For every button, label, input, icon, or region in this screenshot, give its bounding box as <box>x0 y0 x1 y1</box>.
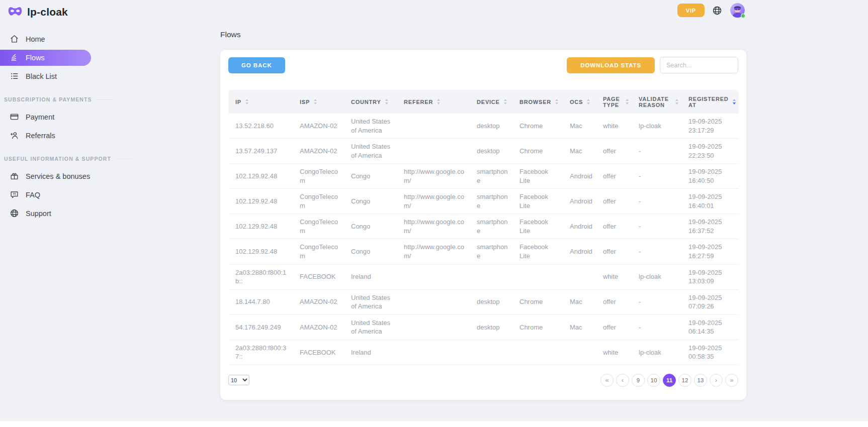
cell-page-type: white <box>596 340 632 365</box>
cell-registered-at: 19-09-2025 00:58:35 <box>681 340 739 365</box>
sidebar-section-useful-information-support: USEFUL INFORMATION & SUPPORT <box>0 156 101 162</box>
cell-validate-reason: - <box>632 164 681 189</box>
table-footer: 10 «‹910111213›» <box>228 374 738 387</box>
pagination-page-9[interactable]: 9 <box>632 374 645 387</box>
sort-icon <box>437 99 440 104</box>
table-row: 2a03:2880:f800:37::FACEBOOKIrelandwhitel… <box>228 340 739 365</box>
pagination-page-11[interactable]: 11 <box>663 374 676 387</box>
cell-browser: Chrome <box>512 114 563 139</box>
cell-page-type: offer <box>596 314 632 340</box>
cell-referer <box>397 289 470 314</box>
sidebar-item-home[interactable]: Home <box>0 31 101 47</box>
sidebar: lp-cloak HomeFlowsBlack ListSUBSCRIPTION… <box>0 0 101 421</box>
cell-referer: http://www.google.com/ <box>397 189 470 214</box>
sidebar-section-subscription-payments: SUBSCRIPTION & PAYMENTS <box>0 96 101 102</box>
cell-registered-at: 19-09-2025 23:17:29 <box>681 114 739 139</box>
flows-table: IPISPCOUNTRYREFERERDEVICEBROWSEROCSPAGE … <box>228 90 739 365</box>
cell-browser: Chrome <box>512 314 563 340</box>
sidebar-item-payment[interactable]: Payment <box>0 109 101 125</box>
pagination-first-button[interactable]: « <box>600 374 614 387</box>
column-label: REGISTERED AT <box>688 96 729 108</box>
column-header-validate-reason[interactable]: VALIDATE REASON <box>632 90 681 114</box>
sidebar-item-flows[interactable]: Flows <box>0 50 91 66</box>
sort-icon <box>314 99 317 104</box>
column-header-ocs[interactable]: OCS <box>563 90 596 114</box>
column-label: PAGE TYPE <box>603 96 622 108</box>
download-stats-button[interactable]: DOWNLOAD STATS <box>567 57 655 73</box>
cell-page-type: offer <box>596 239 632 264</box>
cell-referer <box>397 314 470 340</box>
column-header-registered-at[interactable]: REGISTERED AT <box>681 90 739 114</box>
search-input[interactable] <box>660 57 738 73</box>
cell-isp: FACEBOOK <box>293 264 344 289</box>
cell-isp: CongoTelecom <box>293 164 344 189</box>
flows-icon <box>10 53 19 62</box>
go-back-button[interactable]: GO BACK <box>228 57 285 73</box>
pagination-page-13[interactable]: 13 <box>694 374 707 387</box>
cell-country: United States of America <box>344 114 397 139</box>
cell-page-type: offer <box>596 189 632 214</box>
cell-device: desktop <box>470 114 512 139</box>
app-logo[interactable]: lp-cloak <box>0 0 101 19</box>
sort-icon <box>675 99 678 104</box>
cell-registered-at: 19-09-2025 13:03:09 <box>681 264 739 289</box>
sidebar-item-referrals[interactable]: Referrals <box>0 128 101 144</box>
sidebar-item-label: FAQ <box>26 191 40 199</box>
column-header-referer[interactable]: REFERER <box>397 90 470 114</box>
cell-validate-reason: lp-cloak <box>632 114 681 139</box>
pagination-page-12[interactable]: 12 <box>678 374 691 387</box>
pagination-next-button[interactable]: › <box>710 374 723 387</box>
table-row: 102.129.92.48CongoTelecomCongohttp://www… <box>228 189 739 214</box>
cell-browser <box>512 340 563 365</box>
gift-icon <box>10 171 19 181</box>
table-row: 54.176.249.249AMAZON-02United States of … <box>228 314 739 340</box>
cell-isp: AMAZON-02 <box>293 114 344 139</box>
pagination-last-button[interactable]: » <box>725 374 738 387</box>
cell-device: desktop <box>470 314 512 340</box>
sidebar-item-label: Black List <box>26 72 57 80</box>
cell-ocs: Android <box>563 189 596 214</box>
column-label: COUNTRY <box>351 99 381 105</box>
cell-ocs: Mac <box>563 289 596 314</box>
cell-ip: 2a03:2880:f800:1b:: <box>228 264 293 289</box>
home-icon <box>10 34 19 44</box>
cell-country: Congo <box>344 189 397 214</box>
svg-text:?!: ?! <box>13 192 16 196</box>
cell-registered-at: 19-09-2025 07:09:26 <box>681 289 739 314</box>
cell-ocs: Mac <box>563 139 596 164</box>
page-size-select[interactable]: 10 <box>228 375 249 385</box>
pagination-prev-button[interactable]: ‹ <box>616 374 629 387</box>
sidebar-item-services-bonuses[interactable]: Services & bonuses <box>0 168 101 184</box>
cell-ocs: Android <box>563 214 596 239</box>
column-header-device[interactable]: DEVICE <box>470 90 512 114</box>
table-row: 102.129.92.48CongoTelecomCongohttp://www… <box>228 164 739 189</box>
sidebar-item-label: Referrals <box>26 132 55 140</box>
cell-isp: FACEBOOK <box>293 340 344 365</box>
sidebar-section-label: SUBSCRIPTION & PAYMENTS <box>4 96 92 102</box>
page-title: Flows <box>220 30 746 39</box>
sidebar-item-faq[interactable]: ?!FAQ <box>0 187 101 203</box>
column-label: IP <box>235 99 241 105</box>
column-label: DEVICE <box>477 99 500 105</box>
cell-registered-at: 19-09-2025 16:27:59 <box>681 239 739 264</box>
faq-icon: ?! <box>10 190 19 199</box>
cell-ip: 102.129.92.48 <box>228 214 293 239</box>
column-header-page-type[interactable]: PAGE TYPE <box>596 90 632 114</box>
toolbar-right: DOWNLOAD STATS <box>567 57 738 73</box>
table-header-row: IPISPCOUNTRYREFERERDEVICEBROWSEROCSPAGE … <box>228 90 739 114</box>
table-row: 13.57.249.137AMAZON-02United States of A… <box>228 139 739 164</box>
column-header-ip[interactable]: IP <box>228 90 293 114</box>
cell-browser: Chrome <box>512 289 563 314</box>
cell-validate-reason: - <box>632 239 681 264</box>
column-header-browser[interactable]: BROWSER <box>512 90 563 114</box>
column-header-isp[interactable]: ISP <box>293 90 344 114</box>
sidebar-item-support[interactable]: Support <box>0 205 101 222</box>
pagination-page-10[interactable]: 10 <box>647 374 660 387</box>
table-row: 102.129.92.48CongoTelecomCongohttp://www… <box>228 214 739 239</box>
cell-browser <box>512 264 563 289</box>
sidebar-nav: HomeFlowsBlack ListSUBSCRIPTION & PAYMEN… <box>0 30 101 223</box>
cell-device: smartphone <box>470 189 512 214</box>
cell-ocs: Android <box>563 164 596 189</box>
column-header-country[interactable]: COUNTRY <box>344 90 397 114</box>
sidebar-item-black-list[interactable]: Black List <box>0 68 101 84</box>
